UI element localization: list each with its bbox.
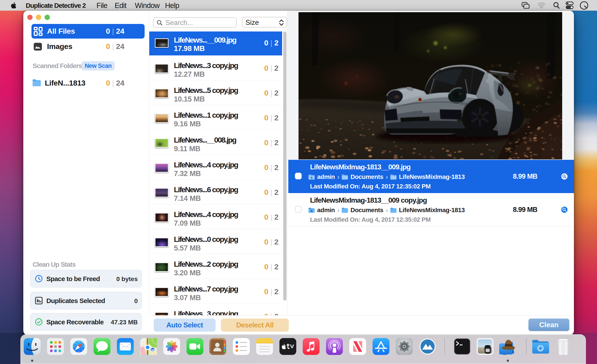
svg-text:280: 280 xyxy=(150,349,155,352)
